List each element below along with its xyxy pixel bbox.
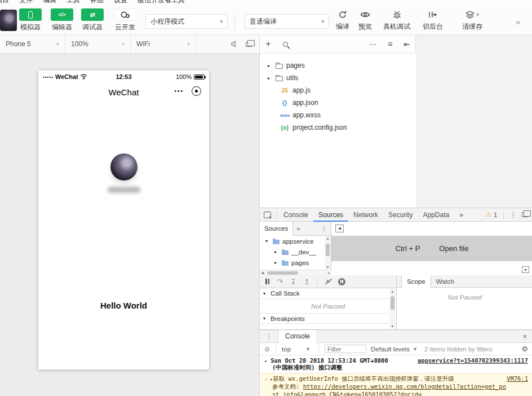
tab-watch[interactable]: Watch — [431, 275, 459, 288]
tree-item-app-json[interactable]: {} app.json — [260, 96, 416, 109]
editor-empty-area — [416, 35, 532, 208]
log-entry[interactable]: ▾ Sun Oct 28 2018 12:53:24 GMT+0800 apps… — [260, 355, 532, 373]
scroll-up-icon[interactable]: ▲ — [325, 236, 331, 240]
zoom-select[interactable]: 100% ˅ — [65, 35, 131, 53]
vertical-scrollbar[interactable]: ▲ ▼ — [325, 236, 331, 270]
editor-button[interactable]: </> 编辑器 — [50, 8, 74, 32]
menu-item-tools[interactable]: 工具 — [66, 0, 80, 6]
src-tree-pages[interactable]: ▸ pages — [260, 257, 331, 268]
tree-item-app-wxss[interactable]: wxss app.wxss — [260, 109, 416, 121]
device-select[interactable]: Phone 5 ˅ — [0, 35, 65, 53]
drawer-menu-button[interactable]: ⋮ — [260, 332, 278, 340]
scrollbar-thumb[interactable] — [267, 271, 298, 275]
context-select[interactable]: top ▼ — [282, 346, 313, 353]
sound-button[interactable] — [227, 35, 241, 53]
vertical-scrollbar[interactable]: ▲ ▼ — [389, 289, 396, 329]
tree-item-project-config[interactable]: {o} project.config.json — [260, 121, 416, 134]
scroll-right-icon[interactable]: ▸ — [328, 271, 330, 275]
file-list-button[interactable]: ≡ — [382, 39, 398, 49]
nav-menu-button[interactable]: ⋮ — [321, 225, 331, 232]
tree-item-app-js[interactable]: JS app.js — [260, 84, 416, 96]
phone-screen[interactable]: ••••• WeChat 12:53 100% WeChat — [38, 71, 209, 369]
src-tree-appservice[interactable]: ▾ appservice — [260, 236, 331, 247]
network-select[interactable]: WiFi ˅ — [131, 35, 196, 53]
scrollbar-thumb[interactable] — [326, 244, 330, 256]
profile-avatar[interactable] — [110, 153, 138, 181]
mode-select[interactable]: 小程序模式 ▾ — [145, 14, 228, 29]
menu-item-project[interactable]: 项目 — [0, 0, 9, 6]
source-link[interactable]: VM76:1 — [507, 375, 528, 383]
scroll-down-icon[interactable]: ▼ — [389, 324, 396, 328]
log-timestamp-cn: (中国标准时间) 接口调整 — [264, 364, 528, 372]
doc-url-link[interactable]: https://developers.weixin.qq.com/blogdet… — [303, 383, 506, 390]
tree-item-label: utils — [286, 74, 298, 82]
src-tree-dev[interactable]: ▸ __dev__ — [260, 247, 331, 257]
more-menu-button[interactable]: ••• — [174, 88, 184, 94]
menu-item-view[interactable]: 界面 — [90, 0, 104, 6]
scroll-up-icon[interactable]: ▲ — [389, 289, 396, 293]
warning-log-entry[interactable]: ⚠▸获取 wx.getUserInfo 接口后续将不再出现授权弹窗，请注意升级 … — [260, 373, 532, 396]
background-switch-button[interactable]: 切后台 — [419, 8, 446, 32]
tab-sources[interactable]: Sources — [313, 208, 348, 222]
user-avatar[interactable] — [0, 10, 17, 31]
multi-window-button[interactable] — [241, 35, 256, 53]
tab-network[interactable]: Network — [348, 208, 383, 222]
deactivate-breakpoints-button[interactable]: ➤ — [325, 278, 331, 285]
tree-item-utils[interactable]: ▸ utils — [260, 72, 416, 84]
doc-label: 参考文档: — [272, 383, 299, 390]
call-stack-header[interactable]: ▾ Call Stack — [260, 288, 396, 299]
scrollbar-thumb[interactable] — [391, 296, 394, 310]
debugger-button[interactable]: ⇄ 调试器 — [80, 8, 105, 32]
gear-icon[interactable]: ⚙ — [521, 345, 528, 353]
step-into-button[interactable]: ↧ — [290, 278, 296, 286]
preview-button[interactable]: 预览 — [354, 8, 376, 32]
devtools-menu-button[interactable]: ⋮ — [510, 211, 517, 219]
more-options-button[interactable]: ⋯ — [365, 39, 382, 49]
compile-button[interactable]: 编译 — [331, 8, 354, 32]
drawer-toggle-icon[interactable]: ▼ — [522, 266, 529, 273]
menu-item-edit[interactable]: 编辑 — [43, 0, 56, 6]
tab-appdata[interactable]: AppData — [418, 208, 454, 222]
close-drawer-button[interactable]: × — [522, 332, 532, 341]
pause-button[interactable] — [265, 279, 269, 284]
clear-console-button[interactable]: ⊘ — [264, 345, 270, 353]
menu-item-file[interactable]: 文件 — [19, 0, 33, 6]
scroll-down-icon[interactable]: ▼ — [325, 265, 331, 269]
filter-input[interactable] — [325, 345, 366, 353]
simulator-button[interactable]: 模拟器 — [18, 8, 43, 32]
tabs-more-button[interactable]: » — [454, 208, 468, 222]
tree-item-label: app.js — [292, 86, 311, 94]
scroll-left-icon[interactable]: ◀ — [261, 271, 264, 275]
breakpoints-header[interactable]: ▾ Breakpoints — [260, 313, 396, 324]
cloud-dev-button[interactable]: 云开发 — [113, 8, 138, 32]
step-out-button[interactable]: ↥ — [304, 278, 310, 286]
tab-console[interactable]: Console — [278, 208, 313, 222]
compile-mode-select[interactable]: 普通编译 ▾ — [245, 14, 329, 29]
doc-url-link-continued[interactable]: st_info&lang=zh_CN&token=1650103052?doci… — [272, 391, 422, 396]
tab-scope[interactable]: Scope — [401, 275, 431, 288]
hide-navigator-button[interactable]: ◀ — [335, 225, 344, 232]
source-link[interactable]: appservice?t=1540702399343:1117 — [418, 357, 528, 364]
step-over-button[interactable]: ↷ — [277, 278, 283, 286]
horizontal-scrollbar[interactable]: ◀ ▸ — [260, 270, 331, 275]
dock-window-icon[interactable] — [522, 212, 528, 217]
add-file-button[interactable]: + — [260, 39, 277, 49]
tree-item-pages[interactable]: ▸ pages — [260, 59, 416, 72]
warning-count-badge[interactable]: ⚠ 1 — [486, 211, 497, 218]
capsule-home-button[interactable] — [192, 86, 201, 96]
pause-on-exceptions-button[interactable] — [338, 278, 345, 285]
toolbar-more-button[interactable]: » — [516, 17, 520, 27]
inspect-element-icon[interactable] — [264, 212, 271, 218]
clear-cache-button[interactable]: ▾ 清缓存 — [458, 8, 487, 32]
tab-console-drawer[interactable]: Console — [278, 330, 317, 343]
search-button[interactable] — [277, 39, 294, 49]
expander-icon[interactable]: ▾ — [264, 359, 267, 364]
collapse-panel-button[interactable]: ⇤ — [398, 39, 415, 49]
menu-item-devtools[interactable]: 微信开发者工具 — [138, 0, 185, 6]
levels-select[interactable]: Default levels ▼ — [371, 346, 420, 353]
sources-nav-tab[interactable]: Sources — [260, 222, 293, 236]
tab-security[interactable]: Security — [383, 208, 418, 222]
device-debug-button[interactable]: 真机调试 — [381, 8, 413, 32]
menu-item-settings[interactable]: 设置 — [114, 0, 127, 6]
nav-more-button[interactable]: » — [293, 225, 303, 232]
